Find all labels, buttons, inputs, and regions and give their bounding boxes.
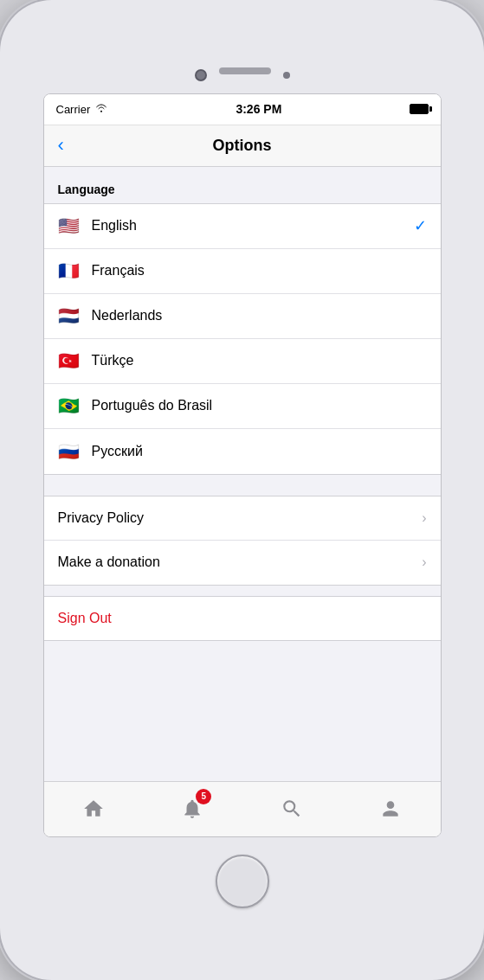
privacy-policy-item[interactable]: Privacy Policy › [44,496,441,541]
links-section: Privacy Policy › Make a donation › [44,496,441,586]
flag-ru: 🇷🇺 [58,441,80,462]
phone-bottom-bar [216,837,269,929]
language-list: 🇺🇸 English ✓ 🇫🇷 Français 🇳🇱 Nederlands 🇹 [44,203,441,475]
bottom-spacer [44,641,441,658]
page-title: Options [213,137,272,155]
flag-fr: 🇫🇷 [58,260,80,281]
language-label-portuguese: Português do Brasil [92,398,427,413]
chevron-privacy: › [422,510,426,526]
language-item-russian[interactable]: 🇷🇺 Русский [44,429,441,474]
carrier-label: Carrier [56,103,109,116]
sign-out-section: Sign Out [44,596,441,641]
language-label-russian: Русский [92,444,427,459]
person-icon [379,797,402,820]
flag-br: 🇧🇷 [58,395,80,416]
home-button[interactable] [216,855,269,908]
tab-search[interactable] [242,782,342,836]
tab-bar: 5 [44,781,441,836]
donation-label: Make a donation [58,554,423,570]
language-item-dutch[interactable]: 🇳🇱 Nederlands [44,294,441,339]
speaker [219,67,271,74]
language-header: Language [44,167,441,203]
language-item-french[interactable]: 🇫🇷 Français [44,249,441,294]
battery-icon [410,104,429,114]
wifi-icon [94,103,108,116]
flag-us: 🇺🇸 [58,215,80,236]
sign-out-label: Sign Out [58,611,112,626]
language-item-english[interactable]: 🇺🇸 English ✓ [44,204,441,249]
sign-out-item[interactable]: Sign Out [44,596,441,641]
language-label-dutch: Nederlands [92,308,427,323]
language-item-turkish[interactable]: 🇹🇷 Türkçe [44,339,441,384]
tab-notifications[interactable]: 5 [143,782,242,836]
nav-bar: ‹ Options [44,125,441,167]
donation-item[interactable]: Make a donation › [44,541,441,586]
language-item-portuguese[interactable]: 🇧🇷 Português do Brasil [44,384,441,429]
notification-badge: 5 [196,789,211,804]
flag-nl: 🇳🇱 [58,305,80,326]
tab-profile[interactable] [341,782,441,836]
status-time: 3:26 PM [236,102,281,116]
search-icon [281,797,303,820]
language-label-english: English [92,218,414,234]
flag-tr: 🇹🇷 [58,350,80,371]
checkmark-english: ✓ [414,216,427,235]
front-sensor [283,72,290,79]
tab-home[interactable] [44,782,144,836]
camera [195,69,207,81]
phone-top [0,52,484,93]
language-label-turkish: Türkçe [92,353,427,368]
home-icon [82,797,105,820]
language-label-french: Français [92,263,427,279]
status-right [410,104,429,114]
language-section: Language 🇺🇸 English ✓ 🇫🇷 Français 🇳🇱 Ned… [44,167,441,475]
back-button[interactable]: ‹ [58,134,64,157]
content-area: Language 🇺🇸 English ✓ 🇫🇷 Français 🇳🇱 Ned… [44,167,441,781]
privacy-policy-label: Privacy Policy [58,510,423,526]
status-bar: Carrier 3:26 PM [44,94,441,125]
phone-frame: Carrier 3:26 PM ‹ Options [0,0,484,980]
phone-screen: Carrier 3:26 PM ‹ Options [43,93,442,837]
chevron-donation: › [422,554,426,570]
